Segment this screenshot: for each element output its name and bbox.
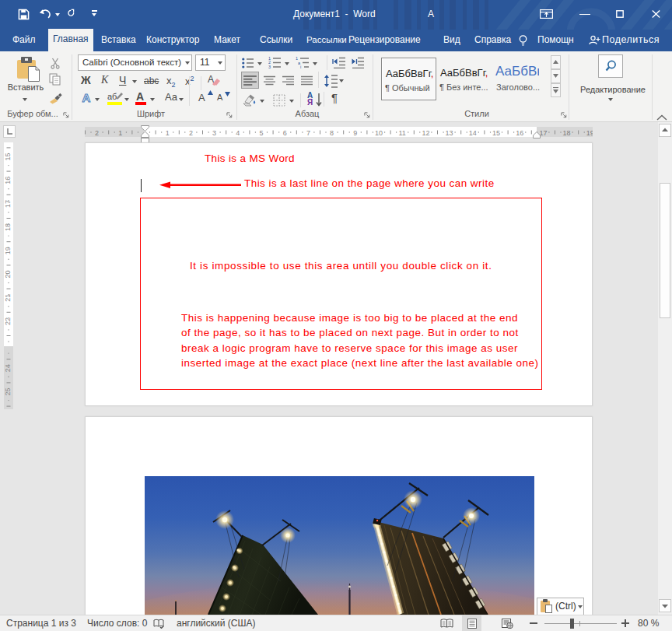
svg-text:18: 18	[4, 223, 12, 231]
svg-text:20: 20	[4, 270, 12, 278]
svg-text:11: 11	[399, 128, 406, 136]
svg-text:22: 22	[4, 317, 12, 325]
svg-text:1: 1	[118, 128, 122, 136]
svg-text:4: 4	[236, 128, 240, 136]
svg-text:3: 3	[212, 128, 216, 136]
svg-text:2: 2	[95, 128, 99, 136]
svg-text:12: 12	[422, 128, 429, 136]
svg-text:19: 19	[586, 128, 593, 136]
svg-text:А: А	[82, 91, 91, 103]
svg-text:15: 15	[492, 128, 500, 136]
svg-text:1: 1	[166, 128, 170, 136]
svg-text:10: 10	[375, 128, 383, 136]
svg-text:18: 18	[563, 128, 571, 136]
svg-text:3: 3	[268, 65, 271, 69]
svg-text:5: 5	[259, 128, 263, 136]
svg-text:7: 7	[306, 128, 310, 136]
svg-text:17: 17	[4, 200, 12, 208]
svg-text:13: 13	[446, 128, 453, 136]
svg-text:16: 16	[4, 177, 12, 184]
svg-text:6: 6	[283, 128, 287, 136]
svg-text:i: i	[300, 65, 301, 69]
svg-text:15: 15	[4, 152, 12, 160]
svg-text:19: 19	[4, 247, 12, 254]
svg-text:25: 25	[4, 387, 12, 395]
svg-text:2: 2	[189, 128, 193, 136]
svg-text:9: 9	[353, 128, 357, 136]
svg-text:24: 24	[4, 364, 12, 372]
svg-text:14: 14	[469, 128, 477, 136]
svg-text:21: 21	[4, 294, 12, 302]
svg-text:16: 16	[516, 128, 523, 136]
svg-text:8: 8	[330, 128, 334, 136]
